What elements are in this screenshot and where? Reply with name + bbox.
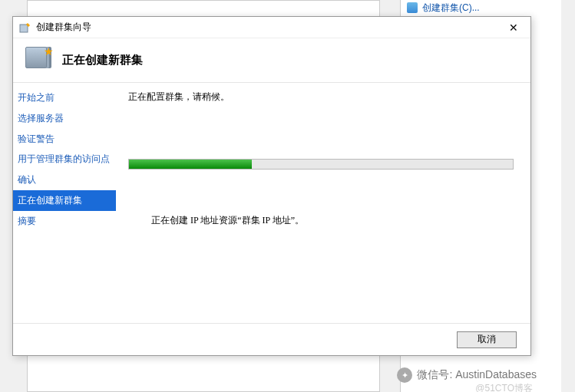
wizard-sidebar: 开始之前选择服务器验证警告用于管理群集的访问点确认正在创建新群集摘要 — [13, 83, 116, 323]
dialog-title: 创建群集向导 — [36, 21, 497, 34]
sidebar-step-1[interactable]: 选择服务器 — [13, 108, 116, 129]
sidebar-step-6[interactable]: 摘要 — [13, 211, 116, 232]
background-menu-item[interactable]: 创建群集(C)... — [400, 0, 561, 15]
close-icon: ✕ — [509, 21, 518, 34]
svg-rect-0 — [20, 25, 28, 32]
progress-bar — [128, 159, 514, 170]
cluster-header-icon: ★ — [25, 47, 53, 74]
wizard-icon — [19, 21, 31, 34]
sidebar-step-5[interactable]: 正在创建新群集 — [13, 190, 116, 211]
wizard-footer: 取消 — [13, 323, 530, 355]
wizard-body: 开始之前选择服务器验证警告用于管理群集的访问点确认正在创建新群集摘要 正在配置群… — [13, 83, 530, 323]
status-text: 正在配置群集，请稍候。 — [128, 91, 514, 104]
progress-detail: 正在创建 IP 地址资源“群集 IP 地址”。 — [128, 214, 514, 227]
wizard-header-title: 正在创建新群集 — [62, 53, 143, 68]
background-menu-label: 创建群集(C)... — [422, 2, 480, 15]
close-button[interactable]: ✕ — [497, 17, 530, 38]
progress-fill — [129, 160, 252, 169]
wizard-main: 正在配置群集，请稍候。 正在创建 IP 地址资源“群集 IP 地址”。 — [116, 83, 530, 323]
sidebar-step-3[interactable]: 用于管理群集的访问点 — [13, 149, 116, 170]
sidebar-step-2[interactable]: 验证警告 — [13, 129, 116, 150]
sidebar-step-0[interactable]: 开始之前 — [13, 87, 116, 108]
wizard-dialog: 创建群集向导 ✕ ★ 正在创建新群集 开始之前选择服务器验证警告用于管理群集的访… — [12, 16, 531, 356]
sidebar-step-4[interactable]: 确认 — [13, 170, 116, 190]
wizard-header: ★ 正在创建新群集 — [13, 38, 530, 83]
titlebar: 创建群集向导 ✕ — [13, 17, 530, 38]
cancel-button[interactable]: 取消 — [457, 331, 517, 348]
cluster-icon — [407, 2, 418, 13]
